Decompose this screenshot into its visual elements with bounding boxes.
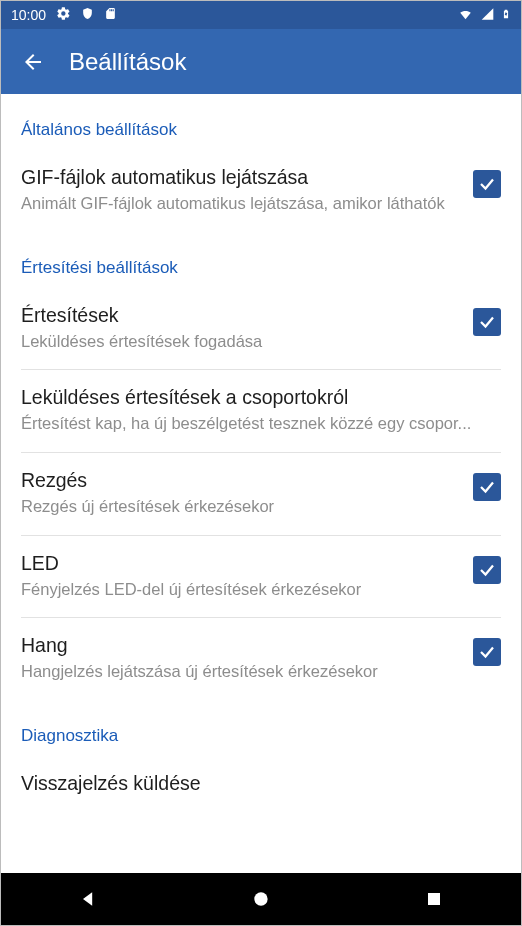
shield-icon <box>81 6 94 24</box>
setting-sound[interactable]: Hang Hangjelzés lejátszása új értesítése… <box>1 618 521 700</box>
check-icon <box>478 561 496 579</box>
arrow-left-icon <box>21 50 45 74</box>
setting-subtitle: Leküldéses értesítések fogadása <box>21 331 457 352</box>
checkbox-vibrate[interactable] <box>473 473 501 501</box>
setting-gif-autoplay[interactable]: GIF-fájlok automatikus lejátszása Animál… <box>1 150 521 232</box>
setting-subtitle: Animált GIF-fájlok automatikus lejátszás… <box>21 193 457 214</box>
section-header-general: Általános beállítások <box>1 94 521 150</box>
setting-subtitle: Értesítést kap, ha új beszélgetést teszn… <box>21 413 485 434</box>
check-icon <box>478 643 496 661</box>
setting-title: Hang <box>21 634 457 657</box>
square-icon <box>425 890 443 908</box>
svg-point-0 <box>254 892 267 905</box>
back-button[interactable] <box>19 48 47 76</box>
checkbox-led[interactable] <box>473 556 501 584</box>
setting-subtitle: Hangjelzés lejátszása új értesítések érk… <box>21 661 457 682</box>
nav-back-button[interactable] <box>68 879 108 919</box>
settings-content: Általános beállítások GIF-fájlok automat… <box>1 94 521 873</box>
section-header-diagnostics: Diagnosztika <box>1 700 521 756</box>
status-bar: 10:00 <box>1 1 521 29</box>
app-bar: Beállítások <box>1 29 521 94</box>
setting-title: GIF-fájlok automatikus lejátszása <box>21 166 457 189</box>
setting-send-feedback[interactable]: Visszajelzés küldése <box>1 756 521 803</box>
page-title: Beállítások <box>69 48 186 76</box>
setting-subtitle: Fényjelzés LED-del új értesítések érkezé… <box>21 579 457 600</box>
setting-notifications[interactable]: Értesítések Leküldéses értesítések fogad… <box>1 288 521 370</box>
nav-recent-button[interactable] <box>414 879 454 919</box>
checkbox-gif-autoplay[interactable] <box>473 170 501 198</box>
setting-subtitle: Rezgés új értesítések érkezésekor <box>21 496 457 517</box>
setting-title: Visszajelzés küldése <box>21 772 485 795</box>
nav-bar <box>1 873 521 925</box>
svg-rect-1 <box>428 893 440 905</box>
nav-home-button[interactable] <box>241 879 281 919</box>
circle-icon <box>251 889 271 909</box>
setting-title: Leküldéses értesítések a csoportokról <box>21 386 485 409</box>
wifi-icon <box>457 7 474 24</box>
setting-title: LED <box>21 552 457 575</box>
sd-card-icon <box>104 6 117 24</box>
setting-title: Értesítések <box>21 304 457 327</box>
section-header-notifications: Értesítési beállítások <box>1 232 521 288</box>
check-icon <box>478 313 496 331</box>
checkbox-sound[interactable] <box>473 638 501 666</box>
setting-title: Rezgés <box>21 469 457 492</box>
setting-vibrate[interactable]: Rezgés Rezgés új értesítések érkezésekor <box>1 453 521 535</box>
setting-group-notifications[interactable]: Leküldéses értesítések a csoportokról Ér… <box>1 370 521 452</box>
triangle-left-icon <box>78 889 98 909</box>
setting-led[interactable]: LED Fényjelzés LED-del új értesítések ér… <box>1 536 521 618</box>
checkbox-notifications[interactable] <box>473 308 501 336</box>
check-icon <box>478 478 496 496</box>
battery-icon <box>501 6 511 25</box>
gear-icon <box>56 6 71 24</box>
check-icon <box>478 175 496 193</box>
signal-icon <box>480 7 495 24</box>
status-time: 10:00 <box>11 7 46 23</box>
